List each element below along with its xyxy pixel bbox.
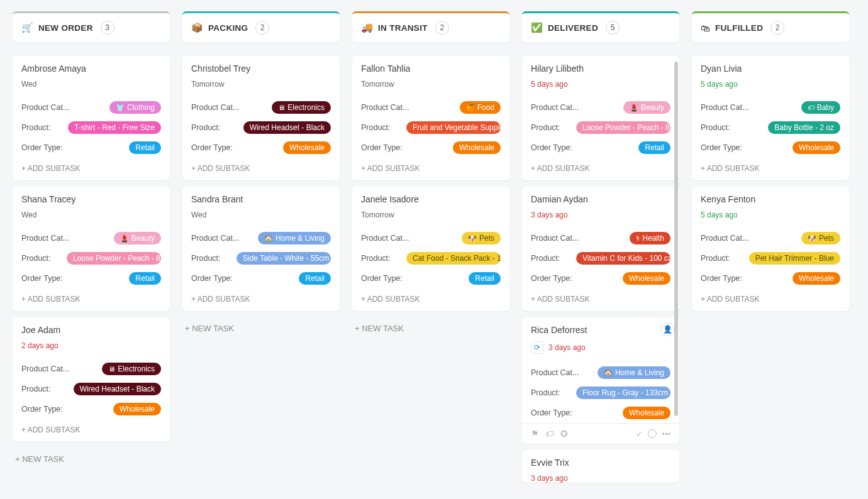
tag-emoji-icon: 🐶 (808, 234, 816, 243)
task-card[interactable]: Fallon TahliaTomorrowProduct Cat...🍊Food… (352, 56, 509, 180)
task-card[interactable]: Ambrose AmayaWedProduct Cat...👕ClothingP… (13, 56, 170, 180)
field-row: Order Type:Retail (531, 138, 670, 158)
order-type-tag[interactable]: Wholesale (113, 403, 161, 415)
add-subtask-button[interactable]: + ADD SUBTASK (692, 158, 849, 180)
add-subtask-button[interactable]: + ADD SUBTASK (352, 158, 509, 180)
add-subtask-button[interactable]: + ADD SUBTASK (522, 288, 679, 311)
order-type-tag[interactable]: Wholesale (623, 407, 670, 419)
flag-icon[interactable]: ⚑ (531, 429, 539, 439)
card-date: Wed (191, 211, 331, 219)
add-subtask-button[interactable]: + ADD SUBTASK (692, 288, 849, 311)
order-type-tag[interactable]: Retail (638, 141, 670, 154)
card-title: Ambrose Amaya (21, 63, 161, 74)
new-task-button[interactable]: + NEW TASK (352, 317, 509, 339)
order-type-tag[interactable]: Retail (299, 272, 331, 285)
column-header[interactable]: 🛒NEW ORDER3 (13, 11, 170, 42)
product-tag[interactable]: Side Table - White - 55cm x... (236, 252, 331, 265)
field-row: Order Type:Wholesale (701, 268, 840, 288)
product-category-tag[interactable]: 🏷Baby (801, 101, 840, 114)
product-tag[interactable]: Loose Powder - Peach - 8 g... (576, 121, 670, 134)
product-tag[interactable]: T-shirt - Red - Free Size (68, 121, 161, 134)
field-label: Product: (361, 123, 391, 132)
column-title: PACKING (208, 23, 248, 33)
field-row: Product Cat...💄Beauty (21, 228, 161, 248)
field-label: Product: (531, 123, 560, 132)
task-card[interactable]: Joe Adam2 days agoProduct Cat...🖥Electro… (13, 317, 170, 442)
field-label: Order Type: (21, 405, 63, 414)
product-tag[interactable]: Wired Headset - Black (243, 121, 331, 134)
field-row: Product:Vitamin C for Kids - 100 ca... (531, 248, 670, 268)
scrollbar[interactable] (674, 62, 678, 416)
order-type-tag[interactable]: Wholesale (453, 141, 501, 154)
order-type-tag[interactable]: Retail (469, 272, 501, 285)
card-body: Janele IsadoreTomorrowProduct Cat...🐶Pet… (352, 187, 509, 288)
product-category-tag[interactable]: 🐶Pets (801, 232, 840, 244)
product-category-tag[interactable]: ⚕Health (630, 232, 670, 244)
product-tag[interactable]: Baby Bottle - 2 oz (768, 121, 840, 134)
task-card[interactable]: Janele IsadoreTomorrowProduct Cat...🐶Pet… (352, 187, 509, 311)
star-icon[interactable]: ✪ (560, 429, 568, 439)
card-title: Hilary Lilibeth (531, 63, 670, 74)
column-count: 2 (435, 21, 449, 35)
product-tag[interactable]: Loose Powder - Peach - 8 g... (67, 252, 161, 265)
column-header[interactable]: ✅DELIVERED5 (522, 11, 679, 42)
product-tag[interactable]: Pet Hair Trimmer - Blue (749, 252, 840, 265)
task-card[interactable]: Sandra BrantWedProduct Cat...🏠Home & Liv… (182, 187, 340, 311)
product-tag[interactable]: Fruit and Vegetable Supple... (406, 121, 501, 134)
task-card[interactable]: Shana TraceyWedProduct Cat...💄BeautyProd… (13, 187, 170, 311)
task-card[interactable]: Hilary Lilibeth5 days agoProduct Cat...💄… (522, 56, 679, 180)
product-tag[interactable]: Wired Headset - Black (74, 383, 161, 395)
order-type-tag[interactable]: Wholesale (793, 141, 840, 154)
product-tag[interactable]: Cat Food - Snack Pack - 10... (406, 252, 501, 265)
add-subtask-button[interactable]: + ADD SUBTASK (182, 158, 340, 180)
column-title: DELIVERED (548, 23, 598, 33)
column-header[interactable]: 🚚IN TRANSIT2 (352, 11, 509, 42)
order-type-tag[interactable]: Retail (129, 141, 161, 154)
product-category-tag[interactable]: 👕Clothing (109, 101, 161, 114)
add-subtask-button[interactable]: + ADD SUBTASK (13, 288, 170, 311)
product-category-tag[interactable]: 🐶Pets (462, 232, 501, 244)
add-subtask-button[interactable]: + ADD SUBTASK (352, 288, 509, 311)
order-type-tag[interactable]: Wholesale (793, 272, 840, 285)
column-count: 3 (101, 21, 114, 35)
field-label: Product Cat... (531, 368, 579, 377)
task-card[interactable]: Rica Deforrest⟳3 days agoProduct Cat...🏠… (522, 317, 679, 444)
field-label: Product: (191, 254, 221, 263)
column-fulfilled: 🛍FULFILLED2Dyan Livia5 days agoProduct C… (692, 11, 849, 317)
add-subtask-button[interactable]: + ADD SUBTASK (182, 288, 340, 311)
product-tag[interactable]: Floor Rug - Gray - 133cm x ... (576, 387, 670, 399)
task-card[interactable]: Christobel TreyTomorrowProduct Cat...🖥El… (182, 56, 340, 180)
product-category-tag[interactable]: 🖥Electronics (272, 101, 331, 114)
status-circle-icon[interactable] (648, 429, 657, 438)
product-category-tag[interactable]: 🏠Home & Living (258, 232, 331, 244)
task-card[interactable]: Damian Aydan3 days agoProduct Cat...⚕Hea… (522, 187, 679, 311)
add-subtask-button[interactable]: + ADD SUBTASK (13, 419, 170, 442)
product-category-tag[interactable]: 🍊Food (460, 101, 501, 114)
product-tag[interactable]: Vitamin C for Kids - 100 ca... (576, 252, 670, 265)
tag-icon[interactable]: 🏷 (545, 429, 554, 439)
tag-text: Pet Hair Trimmer - Blue (755, 254, 834, 263)
column-header[interactable]: 📦PACKING2 (182, 11, 340, 42)
product-category-tag[interactable]: 🖥Electronics (102, 363, 161, 375)
order-type-tag[interactable]: Wholesale (283, 141, 331, 154)
column-header[interactable]: 🛍FULFILLED2 (692, 11, 849, 42)
product-category-tag[interactable]: 🏠Home & Living (598, 366, 670, 379)
order-type-tag[interactable]: Wholesale (623, 272, 670, 285)
task-card[interactable]: Evvie Trix3 days ago (522, 450, 679, 483)
add-subtask-button[interactable]: + ADD SUBTASK (522, 158, 679, 180)
task-card[interactable]: Kenya Fenton5 days agoProduct Cat...🐶Pet… (692, 187, 849, 311)
new-task-button[interactable]: + NEW TASK (182, 317, 340, 339)
field-row: Product:T-shirt - Red - Free Size (21, 118, 161, 138)
product-category-tag[interactable]: 💄Beauty (114, 232, 161, 244)
order-type-tag[interactable]: Retail (129, 272, 161, 285)
assignee-placeholder-icon[interactable]: 👤 (660, 322, 674, 336)
more-icon[interactable]: ••• (662, 429, 670, 439)
task-card[interactable]: Dyan Livia5 days agoProduct Cat...🏷BabyP… (692, 56, 849, 180)
field-row: Order Type:Retail (21, 138, 161, 158)
add-subtask-button[interactable]: + ADD SUBTASK (13, 158, 170, 180)
new-task-button[interactable]: + NEW TASK (13, 448, 170, 470)
product-category-tag[interactable]: 💄Beauty (623, 101, 670, 114)
field-label: Product Cat... (531, 103, 579, 112)
check-icon[interactable]: ✓ (636, 429, 643, 439)
field-label: Product: (531, 388, 560, 397)
